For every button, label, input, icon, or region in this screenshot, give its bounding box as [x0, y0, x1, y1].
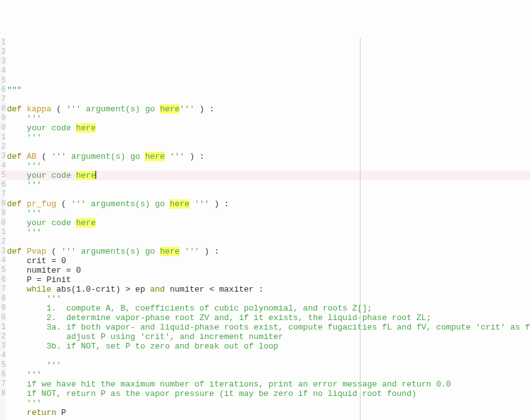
code-line[interactable]: """	[6, 85, 530, 95]
code-token: '''	[27, 228, 41, 237]
code-token	[7, 285, 27, 294]
code-line[interactable]: '''	[6, 114, 530, 123]
code-token: '''	[180, 247, 204, 256]
line-number: 2	[0, 47, 5, 57]
code-line[interactable]: 3a. if both vapor- and liquid-phase root…	[6, 323, 530, 332]
code-line[interactable]: '''	[6, 133, 530, 142]
code-line[interactable]: adjust P using 'crit', and increment num…	[6, 332, 530, 342]
code-line[interactable]: while abs(1.0-crit) > ep and numiter < m…	[6, 285, 530, 294]
line-number: 3	[0, 342, 5, 351]
line-number: 3	[0, 247, 5, 256]
code-line[interactable]	[6, 66, 530, 76]
code-line[interactable]: your code here	[6, 218, 530, 228]
code-token	[7, 228, 27, 237]
code-token: ''' arguments(s) go	[71, 199, 169, 209]
code-line[interactable]: '''	[6, 370, 530, 380]
code-line[interactable]	[6, 237, 530, 247]
line-number: 5	[0, 171, 5, 180]
line-number: 1	[0, 228, 5, 237]
code-token: pr_fug	[27, 199, 56, 209]
code-line[interactable]	[6, 76, 530, 85]
code-token	[7, 133, 27, 142]
code-token: P = Pinit	[7, 275, 71, 285]
code-token: and	[150, 285, 169, 294]
line-number: 1	[0, 323, 5, 332]
code-token	[7, 304, 46, 313]
code-token: kappa	[27, 104, 51, 114]
code-token: (	[56, 199, 71, 209]
code-line[interactable]	[6, 95, 530, 104]
code-line[interactable]	[6, 142, 530, 152]
code-token: here	[76, 218, 96, 228]
line-number-gutter: 12345678901234567890123456789012345678	[0, 38, 6, 420]
code-token: '''	[27, 133, 41, 142]
code-line[interactable]: crit = 0	[6, 256, 530, 266]
code-token	[7, 408, 27, 417]
code-line[interactable]: def kappa ( ''' argument(s) go here''' )…	[6, 104, 530, 114]
code-token: '''	[27, 209, 41, 218]
code-line[interactable]: '''	[6, 361, 530, 370]
code-token: abs(1.0-crit) > ep	[56, 285, 150, 294]
code-token: here	[160, 104, 180, 114]
code-token	[7, 161, 27, 171]
code-line[interactable]: '''	[6, 209, 530, 218]
line-number: 4	[0, 161, 5, 171]
code-line[interactable]: numiter = 0	[6, 266, 530, 275]
code-token	[7, 209, 27, 218]
code-token: '''	[190, 199, 214, 209]
code-token: 3b. if NOT, set P to zero and break out …	[46, 342, 278, 351]
line-number: 7	[0, 380, 5, 389]
code-token: if we have hit the maximum number of ite…	[27, 380, 451, 389]
code-line[interactable]: '''	[6, 180, 530, 190]
line-number: 2	[0, 237, 5, 247]
code-line[interactable]: your code here	[6, 171, 530, 180]
code-token: '''	[27, 370, 41, 380]
line-number: 0	[0, 218, 5, 228]
code-line[interactable]: if NOT, return P as the vapor pressure (…	[6, 389, 530, 398]
code-token: '''	[27, 180, 41, 190]
line-number: 4	[0, 351, 5, 361]
code-line[interactable]: '''	[6, 161, 530, 171]
line-number: 7	[0, 95, 5, 104]
code-token: 1. compute A, B, coefficients of cubic p…	[46, 304, 372, 313]
code-line[interactable]: def AB ( ''' argument(s) go here ''' ) :	[6, 152, 530, 161]
code-token: ) :	[199, 104, 214, 114]
code-line[interactable]	[6, 190, 530, 199]
code-token	[7, 123, 27, 133]
code-area[interactable]: """def kappa ( ''' argument(s) go here''…	[6, 38, 530, 420]
code-line[interactable]: if we have hit the maximum number of ite…	[6, 380, 530, 389]
code-line[interactable]: '''	[6, 294, 530, 304]
line-number: 7	[0, 190, 5, 199]
code-line[interactable]: your code here	[6, 123, 530, 133]
code-line[interactable]: return P	[6, 408, 530, 417]
code-line[interactable]	[6, 417, 530, 420]
code-line[interactable]: def pr_fug ( ''' arguments(s) go here ''…	[6, 199, 530, 209]
code-editor[interactable]: 12345678901234567890123456789012345678 "…	[0, 38, 530, 420]
code-line[interactable]: P = Pinit	[6, 275, 530, 285]
code-line[interactable]: 3b. if NOT, set P to zero and break out …	[6, 342, 530, 351]
code-line[interactable]: 2. determine vapor-phase root ZV and, if…	[6, 313, 530, 323]
line-number: 5	[0, 361, 5, 370]
line-number: 6	[0, 370, 5, 380]
code-line[interactable]: 1. compute A, B, coefficients of cubic p…	[6, 304, 530, 313]
line-number: 9	[0, 114, 5, 123]
code-line[interactable]: '''	[6, 398, 530, 408]
code-token: numiter = 0	[7, 266, 81, 275]
code-token: P	[61, 408, 66, 417]
code-token: Pvap	[27, 247, 46, 256]
code-token	[7, 389, 27, 398]
code-token: here	[169, 199, 189, 209]
code-token: while	[27, 285, 56, 294]
code-token: here	[76, 171, 96, 180]
code-line[interactable]: '''	[6, 228, 530, 237]
code-token	[7, 171, 27, 180]
code-token: '''	[46, 361, 61, 370]
code-line[interactable]	[6, 351, 530, 361]
code-token: AB	[27, 152, 37, 161]
line-number: 6	[0, 85, 5, 95]
code-token	[7, 313, 46, 323]
code-token	[7, 380, 27, 389]
code-line[interactable]: def Pvap ( ''' arguments(s) go here ''' …	[6, 247, 530, 256]
code-token	[7, 398, 27, 408]
code-token	[7, 370, 27, 380]
